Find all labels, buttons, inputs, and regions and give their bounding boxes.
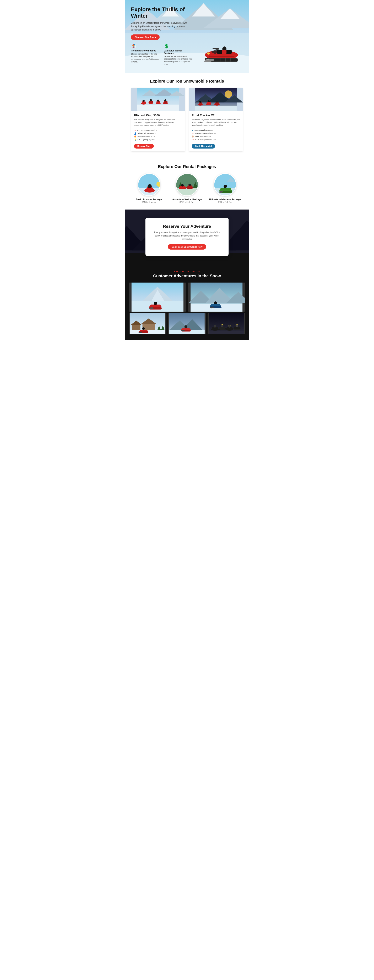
frost-features: ✦ User-Friendly Controls ⚙ 80 HP Eco-Fri… [192,129,240,141]
feature1-title: Premium Snowmobiles [131,49,160,52]
feature-icon: 🪑 [192,135,194,138]
reserve-desc: Ready to carve through the snow on your … [154,231,220,241]
hero-features: 🏂 Premium Snowmobiles Choose from our to… [131,44,193,68]
feature-packages: 💲 Exclusive Rental Packages Explore our … [164,44,193,68]
package-basic-image [137,173,160,196]
svg-rect-149 [209,331,244,334]
package-wilderness-image [214,173,237,196]
svg-point-64 [147,184,152,188]
reserve-card: Reserve Your Adventure Ready to carve th… [145,218,229,256]
feature-icon: 👤 [134,132,136,135]
feature1-desc: Choose from our top-of-the-line snowmobi… [131,53,160,63]
svg-rect-32 [137,105,179,111]
frost-card-image [189,88,243,111]
hero-section: Explore the Thrills of Winter Embark on … [125,0,249,73]
rental-card-blizzard: Blizzard King 3000 The Blizzard King 300… [131,88,185,152]
feature2-desc: Explore our exclusive rental packages ta… [164,55,193,65]
svg-point-131 [184,325,187,328]
hero-title: Explore the Thrills of Winter [131,6,193,19]
feature-snowmobiles: 🏂 Premium Snowmobiles Choose from our to… [131,44,160,68]
feature-item: 👤 Advanced Suspension [134,132,182,135]
feature-label: Dual Heated Seats [195,135,211,138]
gallery-image-3 [129,313,166,334]
package-adventure-image [176,173,198,196]
gallery-image-5 [208,313,245,334]
feature-item: 📍 GPS Navigation Included [192,138,240,141]
package-wilderness-name: Ultimate Wilderness Package [207,198,243,200]
rentals-title: Explore Our Top Snowmobile Rentals [131,79,243,84]
feature-icon: 📍 [192,138,194,141]
svg-rect-144 [227,327,232,330]
feature-item: 🔥 Heated Handle Grips [134,135,182,138]
svg-point-59 [216,100,218,103]
reserve-section: Reserve Your Adventure Ready to carve th… [125,210,249,264]
packages-grid: Basic Explorer Package $150 – 2 hours [131,173,243,203]
svg-point-35 [142,100,145,102]
frost-card-body: Frost Tracker X2 Perfect for beginners a… [189,111,243,151]
svg-rect-27 [222,50,227,54]
svg-point-82 [224,185,227,188]
feature-label: User-Friendly Controls [195,129,213,131]
package-basic-name: Basic Explorer Package [131,198,167,200]
rentals-grid: Blizzard King 3000 The Blizzard King 300… [131,88,243,152]
rental-card-frost: Frost Tracker X2 Perfect for beginners a… [189,88,243,152]
package-adventure-name: Adventure Seeker Package [169,198,205,200]
gallery-title: Customer Adventures in the Snow [129,274,245,278]
svg-point-56 [208,100,209,102]
feature-label: GPS Navigation Included [195,138,216,141]
svg-point-122 [142,327,145,330]
svg-rect-138 [212,327,218,330]
feature-label: 150 Horsepower Engine [137,129,157,131]
svg-point-109 [214,301,217,304]
svg-rect-141 [219,327,225,329]
reserve-now-button[interactable]: Reserve Now [134,144,154,148]
frost-desc: Perfect for beginners and seasoned adven… [192,118,240,127]
feature-item: 🪑 Dual Heated Seats [192,135,240,138]
feature-label: 80 HP Eco-Friendly Motor [195,132,216,134]
book-snowmobile-button[interactable]: Book Your Snowmobile Now [168,244,206,250]
blizzard-card-body: Blizzard King 3000 The Blizzard King 300… [131,111,185,151]
blizzard-features: ⬡ 150 Horsepower Engine 👤 Advanced Suspe… [134,129,182,141]
package-basic: Basic Explorer Package $150 – 2 hours [131,173,167,203]
dollar-icon: 💲 [164,44,193,49]
svg-rect-147 [234,326,240,329]
svg-point-25 [207,52,210,54]
svg-point-53 [199,100,201,103]
svg-point-148 [235,325,238,327]
svg-point-99 [154,302,157,305]
rentals-section: Explore Our Top Snowmobile Rentals [125,73,249,158]
package-wilderness-price: $500 – Full Day [207,201,243,203]
feature-label: LED Lighting System [137,138,155,141]
feature-icon: ⚙ [192,132,193,135]
feature-item: ✦ User-Friendly Controls [192,129,240,132]
feature-icon: ⬡ [134,129,136,132]
svg-point-41 [157,100,159,102]
svg-point-38 [150,99,152,101]
feature-icon: 🔥 [134,135,136,138]
svg-point-72 [181,184,184,186]
book-this-model-button[interactable]: Book This Model [192,144,215,148]
feature-label: Advanced Suspension [137,132,156,134]
svg-rect-58 [215,102,219,105]
svg-rect-52 [199,102,202,105]
feature-item: ⚙ 80 HP Eco-Friendly Motor [192,132,240,135]
gallery-section: EXPLORE THE THRILLS Customer Adventures … [125,264,249,340]
svg-rect-55 [207,102,211,105]
blizzard-card-image [131,88,185,111]
runner-icon: 🏂 [131,44,160,49]
feature-icon: 💡 [134,138,136,141]
svg-rect-50 [195,106,237,111]
svg-rect-67 [176,188,198,196]
gallery-image-4 [168,313,206,334]
svg-point-139 [214,325,216,328]
package-wilderness: Ultimate Wilderness Package $500 – Full … [207,173,243,203]
gallery-bottom-row [129,313,245,334]
hero-subtitle: Embark on an unforgettable snowmobile ad… [131,21,193,32]
feature2-title: Exclusive Rental Packages [164,49,193,54]
gallery-image-1 [129,283,186,312]
feature-item: 💡 LED Lighting System [134,138,182,141]
package-basic-price: $150 – 2 hours [131,201,167,203]
svg-point-142 [221,325,223,327]
discover-tours-button[interactable]: Discover Our Tours [131,35,160,40]
gallery-image-2 [188,283,245,312]
